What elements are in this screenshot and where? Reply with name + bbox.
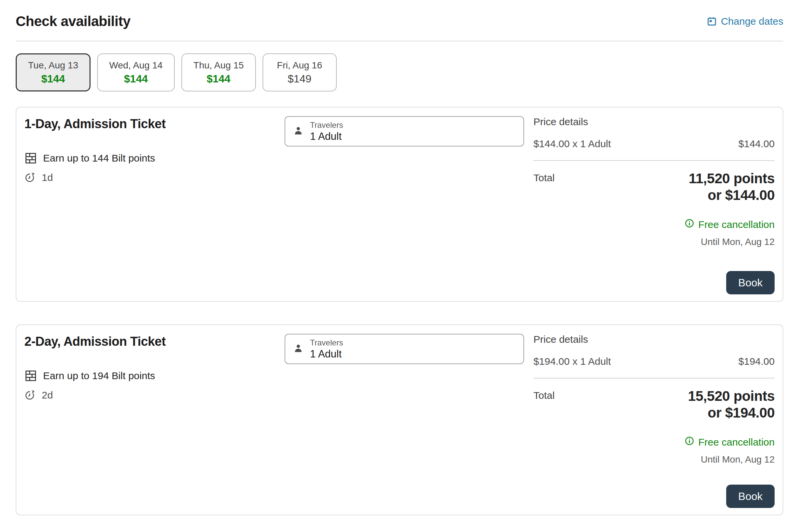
free-cancellation-link[interactable]: Free cancellation	[533, 218, 775, 231]
total-points: 11,520 points	[689, 171, 775, 186]
info-icon	[685, 218, 694, 231]
price-line-value: $194.00	[739, 356, 775, 367]
price-line-label: $144.00 x 1 Adult	[533, 138, 611, 150]
total-cash: or $144.00	[708, 187, 775, 203]
price-details-heading: Price details	[533, 116, 775, 128]
tab-price: $149	[288, 73, 311, 85]
earn-points-row: Earn up to 194 Bilt points	[24, 369, 285, 382]
date-tab-aug-14[interactable]: Wed, Aug 14 $144	[97, 53, 175, 92]
date-tabs: Tue, Aug 13 $144 Wed, Aug 14 $144 Thu, A…	[16, 53, 783, 92]
earn-points-label: Earn up to 194 Bilt points	[43, 370, 155, 381]
ticket-card-2-day: 2-Day, Admission Ticket Earn up to 194 B…	[16, 324, 783, 515]
travelers-value: 1 Adult	[310, 348, 343, 360]
book-button[interactable]: Book	[726, 484, 775, 508]
bilt-points-icon	[24, 369, 37, 382]
cancellation-until: Until Mon, Aug 12	[533, 236, 775, 247]
total-row: Total 15,520 points or $194.00	[533, 388, 775, 421]
ticket-summary: 1-Day, Admission Ticket Earn up to 144 B…	[24, 116, 285, 294]
tab-price: $144	[41, 73, 65, 85]
travelers-column: Travelers 1 Adult	[285, 116, 533, 294]
ticket-title: 2-Day, Admission Ticket	[24, 335, 285, 349]
calendar-icon	[707, 16, 717, 26]
price-details-heading: Price details	[533, 334, 775, 345]
price-line-label: $194.00 x 1 Adult	[533, 356, 611, 367]
ticket-title: 1-Day, Admission Ticket	[24, 117, 285, 131]
travelers-value: 1 Adult	[310, 130, 343, 142]
change-dates-link[interactable]: Change dates	[707, 16, 783, 27]
tab-price: $144	[124, 73, 148, 85]
total-label: Total	[533, 170, 555, 184]
change-dates-label: Change dates	[721, 16, 783, 27]
price-line-item: $144.00 x 1 Adult $144.00	[533, 138, 775, 150]
duration-row: 2d	[24, 390, 285, 401]
person-icon	[293, 125, 304, 137]
earn-points-row: Earn up to 144 Bilt points	[24, 152, 285, 165]
earn-points-label: Earn up to 144 Bilt points	[43, 153, 155, 164]
price-line-value: $144.00	[739, 138, 775, 150]
cancellation-until: Until Mon, Aug 12	[533, 454, 775, 465]
free-cancellation-link[interactable]: Free cancellation	[533, 436, 775, 448]
travelers-label: Travelers	[310, 120, 343, 130]
header: Check availability Change dates	[16, 0, 783, 41]
date-tab-aug-16[interactable]: Fri, Aug 16 $149	[262, 53, 337, 92]
ticket-card-1-day: 1-Day, Admission Ticket Earn up to 144 B…	[16, 107, 783, 302]
bilt-points-icon	[24, 152, 37, 165]
price-divider	[533, 160, 775, 161]
travelers-selector[interactable]: Travelers 1 Adult	[285, 334, 524, 364]
total-points: 15,520 points	[688, 388, 775, 404]
info-icon	[685, 436, 694, 448]
price-divider	[533, 378, 775, 379]
book-button[interactable]: Book	[726, 271, 775, 294]
total-row: Total 11,520 points or $144.00	[533, 170, 775, 204]
total-cash: or $194.00	[708, 405, 775, 420]
tab-date-label: Fri, Aug 16	[277, 60, 322, 71]
total-amount: 11,520 points or $144.00	[689, 170, 775, 204]
duration-clock-icon	[24, 172, 35, 183]
free-cancellation-label: Free cancellation	[698, 437, 775, 448]
tab-date-label: Tue, Aug 13	[28, 60, 78, 71]
total-amount: 15,520 points or $194.00	[688, 388, 775, 421]
travelers-label: Travelers	[310, 338, 343, 348]
duration-clock-icon	[24, 390, 35, 400]
tab-price: $144	[207, 73, 231, 85]
date-tab-aug-13[interactable]: Tue, Aug 13 $144	[16, 53, 91, 92]
travelers-selector[interactable]: Travelers 1 Adult	[285, 116, 524, 147]
total-label: Total	[533, 388, 555, 401]
price-details-column: Price details $194.00 x 1 Adult $194.00 …	[533, 334, 775, 508]
travelers-column: Travelers 1 Adult	[285, 334, 533, 508]
price-line-item: $194.00 x 1 Adult $194.00	[533, 356, 775, 367]
check-availability-panel: Check availability Change dates Tue, Aug…	[0, 0, 799, 515]
duration-label: 2d	[42, 390, 53, 401]
price-details-column: Price details $144.00 x 1 Adult $144.00 …	[533, 116, 775, 294]
ticket-summary: 2-Day, Admission Ticket Earn up to 194 B…	[24, 334, 285, 508]
free-cancellation-label: Free cancellation	[698, 219, 775, 230]
tab-date-label: Thu, Aug 15	[194, 60, 244, 71]
tab-date-label: Wed, Aug 14	[109, 60, 163, 71]
person-icon	[293, 343, 304, 355]
date-tab-aug-15[interactable]: Thu, Aug 15 $144	[181, 53, 256, 92]
duration-label: 1d	[42, 172, 53, 183]
duration-row: 1d	[24, 172, 285, 183]
page-title: Check availability	[16, 13, 131, 30]
